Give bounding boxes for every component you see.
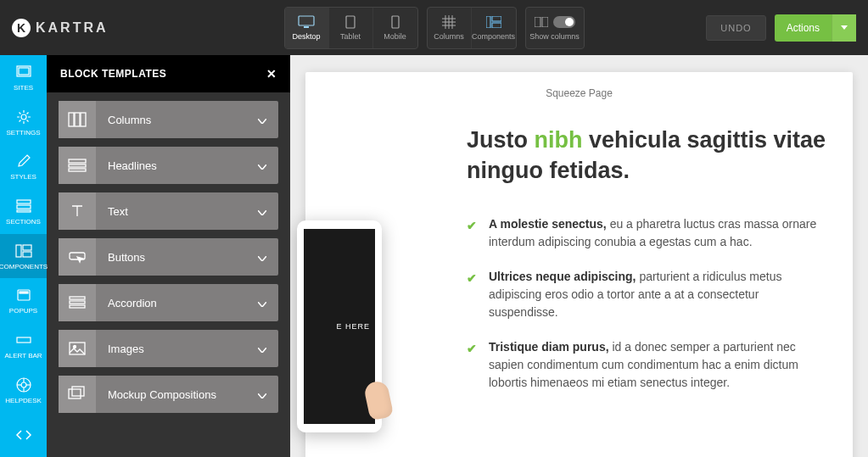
template-headlines[interactable]: Headlines: [59, 147, 278, 184]
svg-rect-34: [75, 113, 80, 126]
device-desktop-button[interactable]: Desktop: [285, 8, 329, 48]
brand-logo: K KARTRA: [12, 19, 109, 37]
components-icon: [15, 242, 32, 259]
undo-button[interactable]: UNDO: [706, 15, 765, 41]
grid-icon: [442, 14, 456, 30]
logo-text: KARTRA: [36, 20, 109, 36]
svg-rect-22: [23, 245, 31, 250]
svg-rect-37: [69, 164, 86, 167]
template-accordion[interactable]: Accordion: [59, 284, 278, 321]
svg-rect-33: [69, 113, 74, 126]
svg-rect-38: [69, 169, 86, 171]
headline: Justo nibh vehicula sagittis vitae ningu…: [467, 125, 827, 187]
svg-point-28: [21, 382, 26, 387]
check-icon: ✔: [467, 270, 477, 321]
svg-rect-10: [486, 16, 490, 28]
top-right: UNDO Actions: [706, 14, 856, 42]
svg-rect-19: [17, 205, 31, 209]
template-text[interactable]: Text: [59, 192, 278, 230]
svg-rect-3: [392, 16, 399, 28]
chevron-down-icon: [246, 295, 278, 310]
layout-group: Columns Components: [427, 7, 517, 49]
svg-rect-21: [16, 245, 21, 257]
svg-rect-13: [535, 17, 540, 27]
columns-button[interactable]: Columns: [428, 8, 472, 48]
page-frame[interactable]: Squeeze Page E HERE Justo nibh vehicula …: [305, 72, 853, 457]
brush-icon: [15, 153, 32, 170]
template-columns[interactable]: Columns: [59, 101, 278, 138]
svg-rect-2: [346, 16, 355, 28]
chevron-down-icon: [246, 341, 278, 356]
device-tablet-button[interactable]: Tablet: [329, 8, 373, 48]
columns-outline-icon: [535, 17, 548, 27]
sections-icon: [15, 198, 32, 215]
svg-rect-16: [19, 68, 29, 75]
panel-header: BLOCK TEMPLATES ✕: [47, 55, 290, 92]
page-title: Squeeze Page: [305, 72, 853, 125]
template-button[interactable]: Buttons: [59, 238, 278, 276]
template-label: Columns: [96, 114, 246, 126]
svg-rect-18: [17, 200, 31, 203]
template-label: Text: [96, 205, 246, 218]
actions-button[interactable]: Actions: [775, 14, 856, 42]
svg-rect-1: [304, 26, 309, 28]
chevron-down-icon: [246, 203, 278, 219]
svg-rect-36: [69, 159, 86, 163]
list-item: ✔A molestie senectus, eu a pharetra luct…: [467, 215, 827, 251]
text-icon: [59, 192, 96, 230]
svg-rect-35: [81, 113, 86, 126]
toggle-switch-icon: [553, 16, 575, 28]
alert-icon: [15, 332, 32, 348]
template-label: Accordion: [96, 297, 246, 309]
code-icon: [15, 426, 32, 443]
view-group: Show columns: [525, 7, 585, 49]
nav-item-popups[interactable]: POPUPS: [0, 278, 47, 323]
top-bar: K KARTRA Desktop Tablet Mobile Columns: [0, 0, 868, 55]
nav-item-sections[interactable]: SECTIONS: [0, 189, 47, 234]
list-item: ✔Tristique diam purus, id a donec semper…: [467, 338, 827, 392]
desktop-icon: [298, 14, 315, 30]
template-label: Images: [96, 343, 246, 355]
nav-item-settings[interactable]: SETTINGS: [0, 100, 47, 145]
svg-rect-41: [70, 301, 85, 304]
nav-item-code[interactable]: [0, 412, 47, 457]
close-icon[interactable]: ✕: [266, 67, 277, 81]
nav-item-helpdesk[interactable]: HELPDESK: [0, 368, 47, 413]
headlines-icon: [59, 147, 96, 184]
svg-rect-25: [20, 292, 28, 293]
block-templates-panel: BLOCK TEMPLATES ✕ ColumnsHeadlinesTextBu…: [47, 55, 290, 457]
popup-icon: [15, 287, 32, 304]
chevron-down-icon: [246, 387, 278, 402]
svg-rect-40: [70, 297, 85, 299]
svg-rect-46: [72, 387, 84, 396]
show-columns-toggle[interactable]: Show columns: [526, 8, 584, 48]
nav-item-sites[interactable]: SITES: [0, 55, 47, 100]
hand-icon: [367, 382, 400, 441]
sites-icon: [15, 64, 32, 81]
svg-rect-26: [17, 337, 31, 343]
left-nav: SITESSETTINGSSTYLESSECTIONSCOMPONENTSPOP…: [0, 55, 47, 457]
template-mockup[interactable]: Mockup Compositions: [59, 376, 278, 413]
nav-item-alert bar[interactable]: ALERT BAR: [0, 323, 47, 368]
button-icon: [59, 238, 96, 276]
template-image[interactable]: Images: [59, 330, 278, 367]
check-icon: ✔: [467, 217, 477, 251]
template-label: Mockup Compositions: [96, 388, 246, 401]
nav-item-styles[interactable]: STYLES: [0, 144, 47, 189]
components-button[interactable]: Components: [472, 8, 516, 48]
chevron-down-icon: [246, 249, 278, 265]
nav-item-components[interactable]: COMPONENTS: [0, 234, 47, 279]
chevron-down-icon: [832, 14, 856, 42]
gear-icon: [15, 109, 32, 125]
svg-point-17: [21, 114, 26, 120]
device-mobile-button[interactable]: Mobile: [373, 8, 417, 48]
check-icon: ✔: [467, 340, 477, 392]
svg-rect-45: [69, 389, 81, 398]
chevron-down-icon: [246, 112, 278, 127]
accordion-icon: [59, 284, 96, 321]
bullet-list: ✔A molestie senectus, eu a pharetra luct…: [467, 215, 827, 392]
svg-rect-42: [70, 305, 85, 308]
help-icon: [15, 376, 32, 393]
canvas: Squeeze Page E HERE Justo nibh vehicula …: [290, 55, 868, 457]
svg-rect-0: [299, 16, 314, 25]
